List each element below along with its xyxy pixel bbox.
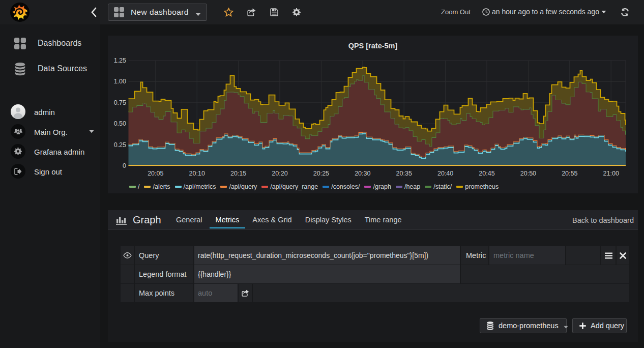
svg-text:0.75: 0.75 [114,99,126,106]
svg-text:20:25: 20:25 [313,170,329,177]
svg-text:21:00: 21:00 [603,170,619,177]
svg-text:20:55: 20:55 [562,170,577,177]
svg-text:20:30: 20:30 [355,170,370,177]
svg-text:0: 0 [123,162,126,169]
svg-text:1.25: 1.25 [114,57,126,64]
svg-text:20:35: 20:35 [396,170,412,177]
svg-text:20:10: 20:10 [189,170,205,177]
svg-text:1.00: 1.00 [114,78,126,85]
svg-text:0.25: 0.25 [114,141,126,149]
svg-text:20:40: 20:40 [437,170,453,177]
svg-text:0.50: 0.50 [114,120,126,127]
svg-text:20:20: 20:20 [272,170,287,177]
svg-text:20:05: 20:05 [148,170,163,177]
svg-text:20:50: 20:50 [520,170,536,177]
svg-text:20:15: 20:15 [230,170,246,177]
svg-text:20:45: 20:45 [479,170,494,177]
